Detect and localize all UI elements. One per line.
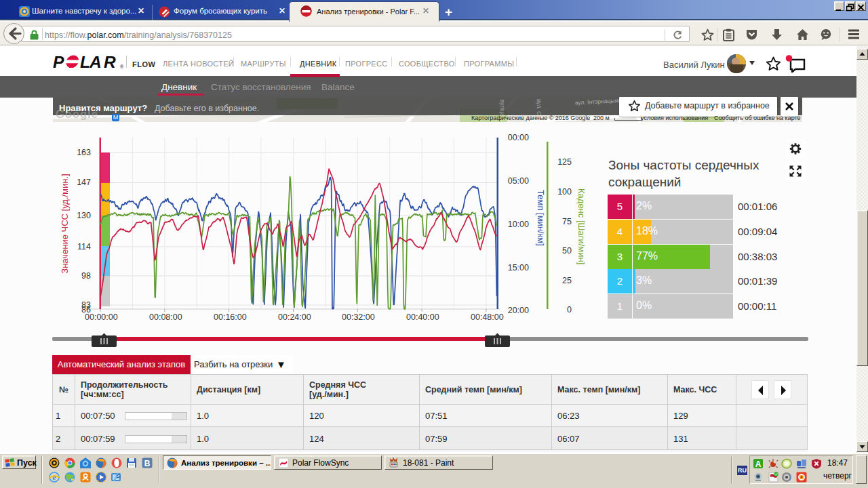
svg-text:e: e: [53, 473, 56, 481]
svg-text:A: A: [755, 460, 762, 469]
svg-text:B: B: [144, 459, 151, 468]
